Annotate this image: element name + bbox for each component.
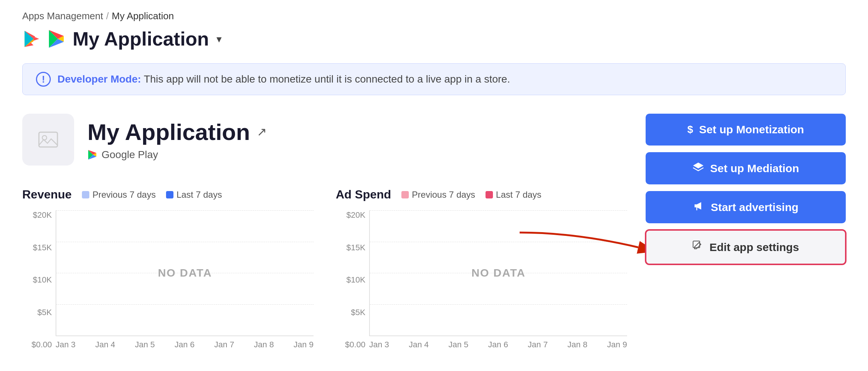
adspend-x-jan5: Jan 5: [448, 340, 468, 350]
revenue-no-data: NO DATA: [158, 267, 212, 279]
app-store-row: Google Play: [87, 149, 267, 161]
dev-banner-icon: !: [36, 72, 51, 87]
google-play-small-icon: [87, 150, 98, 160]
adspend-x-jan9: Jan 9: [607, 340, 627, 350]
revenue-legend-prev: Previous 7 days: [82, 190, 156, 200]
dev-banner-message: This app will not be able to monetize un…: [141, 73, 510, 85]
adspend-y-0: $0.00: [336, 340, 365, 350]
adspend-chart-title: Ad Spend: [336, 188, 391, 201]
adspend-y-5k: $5K: [336, 308, 365, 317]
revenue-y-10k: $10K: [22, 275, 52, 285]
revenue-y-0: $0.00: [22, 340, 52, 350]
revenue-chart-area: NO DATA: [56, 210, 314, 336]
breadcrumb-current: My Application: [112, 10, 174, 22]
revenue-x-jan3: Jan 3: [56, 340, 76, 350]
layers-icon: [692, 162, 704, 172]
edit-icon: [692, 240, 703, 254]
adspend-chart: Ad Spend Previous 7 days Last 7 days $20…: [336, 188, 627, 350]
svg-marker-11: [695, 202, 701, 210]
edit-app-settings-button[interactable]: Edit app settings: [646, 230, 846, 264]
action-buttons-section: $ Set up Monetization Set up Mediation: [646, 114, 846, 350]
main-content: My Application ↗ Google Play: [22, 114, 846, 350]
revenue-legend-prev-label: Previous 7 days: [92, 190, 156, 200]
revenue-y-20k: $20K: [22, 210, 52, 220]
revenue-prev-dot: [82, 191, 89, 198]
revenue-y-labels: $20K $15K $10K $5K $0.00: [22, 210, 52, 350]
adspend-x-jan3: Jan 3: [369, 340, 389, 350]
adspend-grid-line-1: [370, 210, 627, 211]
google-play-icon: [22, 29, 42, 49]
app-info-row: My Application ↗ Google Play: [22, 114, 627, 166]
app-store-name: Google Play: [102, 149, 158, 161]
grid-line-2: [56, 242, 314, 242]
adspend-chart-header: Ad Spend Previous 7 days Last 7 days: [336, 188, 627, 201]
app-info-details: My Application ↗ Google Play: [87, 119, 267, 161]
adspend-x-jan7: Jan 7: [528, 340, 548, 350]
start-advertising-button[interactable]: Start advertising: [646, 191, 846, 223]
adspend-y-labels: $20K $15K $10K $5K $0.00: [336, 210, 365, 350]
revenue-x-jan6: Jan 6: [175, 340, 195, 350]
revenue-last-dot: [166, 191, 173, 198]
revenue-x-jan5: Jan 5: [135, 340, 155, 350]
monetization-icon: $: [688, 124, 693, 136]
dev-banner-text: Developer Mode: This app will not be abl…: [57, 73, 510, 85]
revenue-chart: Revenue Previous 7 days Last 7 days $20K: [22, 188, 314, 350]
dev-banner-bold: Developer Mode:: [57, 73, 141, 85]
adspend-grid-line-2: [370, 242, 627, 242]
dev-mode-banner: ! Developer Mode: This app will not be a…: [22, 63, 846, 95]
revenue-chart-header: Revenue Previous 7 days Last 7 days: [22, 188, 314, 201]
app-title-dropdown[interactable]: ▾: [216, 33, 222, 45]
app-name-large: My Application: [87, 119, 250, 145]
adspend-prev-dot: [401, 191, 409, 198]
google-play-logo: [47, 29, 67, 49]
revenue-chart-wrapper: $20K $15K $10K $5K $0.00: [56, 210, 314, 350]
adspend-x-jan6: Jan 6: [488, 340, 508, 350]
advertising-icon: [693, 201, 705, 214]
revenue-x-jan9: Jan 9: [294, 340, 314, 350]
external-link-icon[interactable]: ↗: [257, 125, 267, 139]
revenue-y-5k: $5K: [22, 308, 52, 317]
setup-mediation-label: Set up Mediation: [710, 162, 799, 175]
svg-rect-5: [39, 132, 57, 147]
adspend-legend-last-label: Last 7 days: [496, 190, 541, 200]
svg-point-6: [42, 136, 47, 140]
adspend-y-20k: $20K: [336, 210, 365, 220]
adspend-y-15k: $15K: [336, 243, 365, 253]
adspend-grid-line-4: [370, 304, 627, 305]
pencil-icon: [692, 240, 703, 251]
app-title-row: My Application ▾: [22, 28, 846, 50]
adspend-no-data: NO DATA: [471, 267, 526, 279]
adspend-legend-last: Last 7 days: [486, 190, 541, 200]
adspend-last-dot: [486, 191, 493, 198]
adspend-y-10k: $10K: [336, 275, 365, 285]
mediation-icon: [692, 162, 704, 175]
setup-monetization-button[interactable]: $ Set up Monetization: [646, 114, 846, 146]
adspend-x-labels: Jan 3 Jan 4 Jan 5 Jan 6 Jan 7 Jan 8 Jan …: [369, 336, 627, 350]
left-section: My Application ↗ Google Play: [22, 114, 627, 350]
page-app-title: My Application: [73, 28, 209, 50]
breadcrumb-parent[interactable]: Apps Management: [22, 10, 103, 22]
megaphone-icon: [693, 201, 705, 211]
app-name-row: My Application ↗: [87, 119, 267, 145]
revenue-y-15k: $15K: [22, 243, 52, 253]
edit-app-settings-label: Edit app settings: [709, 241, 799, 254]
start-advertising-label: Start advertising: [711, 201, 799, 214]
adspend-chart-area: NO DATA: [369, 210, 627, 336]
adspend-x-jan4: Jan 4: [409, 340, 429, 350]
grid-line-1: [56, 210, 314, 211]
revenue-x-jan7: Jan 7: [214, 340, 234, 350]
adspend-x-jan8: Jan 8: [567, 340, 587, 350]
revenue-legend-last-label: Last 7 days: [176, 190, 222, 200]
adspend-chart-wrapper: $20K $15K $10K $5K $0.00: [369, 210, 627, 350]
charts-row: Revenue Previous 7 days Last 7 days $20K: [22, 188, 627, 350]
edit-settings-container: Edit app settings: [646, 230, 846, 264]
revenue-chart-title: Revenue: [22, 188, 72, 201]
adspend-legend-prev-label: Previous 7 days: [412, 190, 475, 200]
revenue-x-jan8: Jan 8: [254, 340, 274, 350]
grid-line-4: [56, 304, 314, 305]
revenue-x-labels: Jan 3 Jan 4 Jan 5 Jan 6 Jan 7 Jan 8 Jan …: [56, 336, 314, 350]
breadcrumb-separator: /: [106, 10, 109, 22]
setup-mediation-button[interactable]: Set up Mediation: [646, 152, 846, 184]
revenue-x-jan4: Jan 4: [95, 340, 115, 350]
setup-monetization-label: Set up Monetization: [699, 123, 804, 136]
